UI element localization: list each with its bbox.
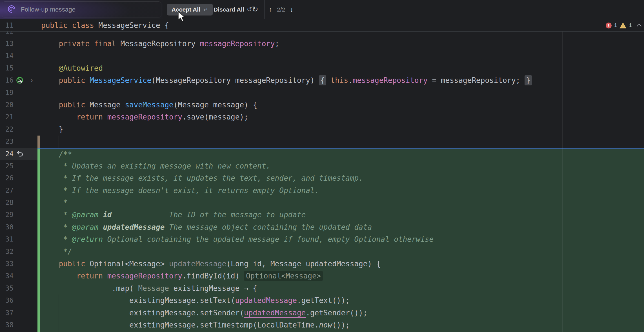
- fold-slot: [26, 319, 37, 331]
- code-token-kw: private: [59, 39, 90, 48]
- line-number: 27: [0, 185, 14, 197]
- line-number: 35: [0, 282, 14, 295]
- code-text[interactable]: }: [40, 123, 644, 136]
- code-text[interactable]: /**: [40, 148, 644, 160]
- gutter-icon-slot: [14, 233, 26, 245]
- code-token-fld: messageRepository: [200, 39, 275, 48]
- line-number: 38: [0, 319, 14, 331]
- prev-change-button[interactable]: ↑: [269, 6, 272, 14]
- code-token-pl: ());: [332, 321, 350, 329]
- code-text[interactable]: * Updates an existing message with new c…: [40, 160, 644, 172]
- code-editor[interactable]: 12 13 private final MessageRepository me…: [0, 32, 644, 332]
- gutter-icon-slot: [14, 38, 26, 50]
- code-line-15: 15 @Autowired: [0, 62, 644, 74]
- code-token-doc: * If the message exists, it updates the …: [59, 174, 363, 182]
- code-text[interactable]: @Autowired: [40, 62, 644, 74]
- fold-slot: [26, 99, 37, 111]
- fold-slot: [26, 160, 37, 172]
- code-token-pnm: updatedMessage: [103, 223, 165, 231]
- followup-message-input[interactable]: Follow-up message: [0, 0, 163, 19]
- fold-slot: [26, 148, 37, 160]
- accept-all-button[interactable]: Accept All ↵: [167, 4, 213, 16]
- discard-all-button[interactable]: Discard All ↺: [214, 4, 252, 16]
- line-number: 31: [0, 233, 14, 245]
- code-text[interactable]: [40, 50, 644, 62]
- code-line-38: 38 existingMessage.setTimestamp(LocalDat…: [0, 319, 644, 331]
- code-text[interactable]: * If the message doesn't exist, it retur…: [40, 185, 644, 197]
- code-text[interactable]: existingMessage.setTimestamp(LocalDateTi…: [40, 319, 644, 331]
- diff-navigation: ↑ 2/2 ↓: [269, 4, 293, 16]
- code-text[interactable]: existingMessage.setText(updatedMessage.g…: [40, 295, 644, 307]
- toolbar-divider: [163, 0, 163, 19]
- code-text[interactable]: private final MessageRepository messageR…: [40, 38, 644, 50]
- vcs-changed-stripe: [37, 136, 40, 148]
- code-token-pl: (Message message) {: [174, 101, 257, 109]
- gutter-icon-slot: [14, 160, 26, 172]
- undo-icon[interactable]: [14, 148, 26, 160]
- code-token-fld: messageRepository: [107, 272, 182, 280]
- code-text[interactable]: *: [40, 197, 644, 209]
- fold-slot: [26, 62, 37, 74]
- code-text[interactable]: public MessageService(MessageRepository …: [40, 74, 644, 87]
- code-token-pl: .getSender());: [306, 309, 367, 317]
- code-token-ind: [41, 198, 59, 207]
- gutter-icon-slot: [14, 295, 26, 307]
- code-line-13: 13 private final MessageRepository messa…: [0, 38, 644, 50]
- code-text[interactable]: * @return Optional containing the update…: [40, 233, 644, 245]
- line-number: 36: [0, 295, 14, 307]
- code-text[interactable]: * If the message exists, it updates the …: [40, 172, 644, 184]
- code-token-pnm: id: [103, 211, 112, 219]
- code-token-ind: [41, 296, 129, 305]
- code-token-pl: ;: [275, 39, 279, 48]
- followup-placeholder: Follow-up message: [21, 6, 75, 13]
- gutter-icon-slot: [14, 111, 26, 123]
- fold-slot: [26, 258, 37, 270]
- code-text[interactable]: public Message saveMessage(Message messa…: [40, 99, 644, 111]
- diff-added-stripe: [37, 221, 40, 233]
- error-count: 1: [614, 22, 617, 28]
- code-token-tag: @param: [72, 211, 99, 219]
- diff-added-stripe: [37, 185, 40, 197]
- inspections-widget[interactable]: ! 1 ! 1: [606, 19, 640, 32]
- code-text[interactable]: .map( Message existingMessage → {: [40, 282, 644, 295]
- code-text[interactable]: existingMessage.setSender(updatedMessage…: [40, 307, 644, 319]
- code-token-doc: The message object containing the update…: [165, 223, 372, 231]
- code-token-pl: (MessageRepository messageRepository): [151, 76, 319, 85]
- spring-bean-icon[interactable]: [14, 74, 26, 87]
- code-token-pl: .findById(id): [182, 272, 244, 280]
- gutter-icon-slot: [14, 87, 26, 99]
- line-number: 30: [0, 221, 14, 233]
- code-line-19: 19: [0, 87, 644, 99]
- fold-chevron-icon[interactable]: ›: [26, 74, 37, 87]
- code-text[interactable]: public Optional<Message> updateMessage(L…: [40, 258, 644, 270]
- sticky-code-text[interactable]: public class MessageService {: [37, 19, 644, 31]
- code-text[interactable]: return messageRepository.findById(id) Op…: [40, 270, 644, 282]
- line-number: 33: [0, 258, 14, 270]
- code-token-doc: * Updates an existing message with new c…: [59, 162, 270, 170]
- code-token-pl: MessageRepository: [116, 39, 200, 48]
- next-change-button[interactable]: ↓: [290, 6, 293, 14]
- regenerate-button[interactable]: ↻: [252, 3, 258, 15]
- code-token-doc: Optional containing the updated message …: [103, 235, 434, 244]
- code-token-kw: final: [94, 39, 116, 48]
- line-number: 22: [0, 123, 14, 136]
- code-text[interactable]: [40, 87, 644, 99]
- fold-slot: [26, 123, 37, 136]
- code-text[interactable]: return messageRepository.save(message);: [40, 111, 644, 123]
- code-text[interactable]: * @param id The ID of the message to upd…: [40, 209, 644, 221]
- gutter-spacer: [14, 19, 37, 31]
- fold-slot: [26, 185, 37, 197]
- code-text[interactable]: */: [40, 246, 644, 258]
- error-icon: !: [606, 23, 612, 28]
- code-token-ind: [41, 321, 129, 329]
- code-token-hint: Message: [138, 284, 169, 293]
- code-line-24: 24 /**: [0, 148, 644, 160]
- code-text[interactable]: [40, 136, 644, 148]
- code-token-pl: .save(message);: [182, 113, 248, 121]
- code-line-23: 23: [0, 136, 644, 148]
- fold-slot: [26, 197, 37, 209]
- gutter-icon-slot: [14, 172, 26, 184]
- code-line-28: 28 *: [0, 197, 644, 209]
- code-line-14: 14: [0, 50, 644, 62]
- code-text[interactable]: * @param updatedMessage The message obje…: [40, 221, 644, 233]
